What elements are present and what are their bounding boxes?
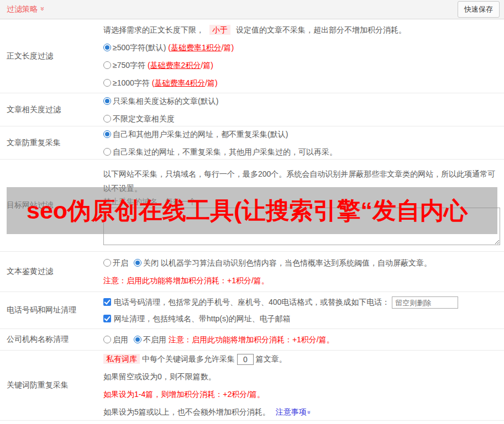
page-title[interactable]: 过滤策略« [7,4,43,14]
radio-dedupe-self[interactable] [103,148,111,156]
radio-750[interactable] [103,61,111,69]
relevance-option-strict: 只采集相关度达标的文章(默认) [103,92,500,110]
quick-save-button[interactable]: 快速保存 [458,1,500,18]
radio-relevance-any[interactable] [103,115,111,123]
row-target-site-filter: 目标网站过滤 以下网站不采集，只填域名，每行一个，最多200个。系统会自动识别并… [0,160,504,252]
dedupe-content: 自己和其他用户采集过的网址，都不重复采集(默认) 自己采集过的网址，不重复采集，… [103,126,504,159]
target-site-content: 以下网站不采集，只填域名，每行一个，最多200个。系统会自动识别并屏蔽那些非文章… [103,160,504,251]
row-keyword-dedupe: 关键词防重复采集 私有词库 中每个关键词最多允许采集 篇文章。 如果留空或设为0… [0,351,504,421]
radio-company-off-selected[interactable] [134,336,141,343]
length-option-750: ≥750字符 (基础费率2积分/篇) [103,56,500,74]
porn-filter-desc: 以机器学习算法自动识别色情内容，当色情概率达到系统阈值，自动屏蔽文章。 [161,258,432,267]
keyword-note-cost: 如果设为1-4篇，则增加积分消耗：+2积分/篇。 [103,385,500,403]
radio-porn-off-selected[interactable] [134,259,141,267]
porn-filter-options: 开启关闭 以机器学习算法自动识别色情内容，当色情概率达到系统阈值，自动屏蔽文章。 [103,254,500,272]
keyword-dedupe-label: 关键词防重复采集 [0,351,103,420]
page-title-text: 过滤策略 [7,4,38,13]
target-site-label: 目标网站过滤 [0,160,103,251]
chevron-double-down-icon: « [306,411,312,414]
radio-company-on[interactable] [103,336,111,343]
porn-filter-label: 文本鉴黄过滤 [0,252,103,292]
url-clean-option: 网址清理，包括纯域名、带http(s)的网址、电子邮箱 [103,310,500,327]
length-filter-content: 请选择需求的正文长度下限，小于设定值的文章不采集，超出部分不增加积分消耗。 ≥5… [103,19,504,93]
header: 过滤策略« 快速保存 [0,0,504,19]
row-company-clean: 公司机构名称清理 启用不启用 注意：启用此功能将增加积分消耗：+1积分/篇。 [0,329,504,351]
company-clean-label: 公司机构名称清理 [0,329,103,350]
dedupe-option-all-users: 自己和其他用户采集过的网址，都不重复采集(默认) [103,125,500,143]
private-lexicon-highlight: 私有词库 [103,354,140,364]
row-porn-filter: 文本鉴黄过滤 开启关闭 以机器学习算法自动识别色情内容，当色情概率达到系统阈值，… [0,252,504,292]
radio-dedupe-all-selected[interactable] [103,130,111,138]
keyword-dedupe-content: 私有词库 中每个关键词最多允许采集 篇文章。 如果留空或设为0，则不限篇数。 如… [103,351,504,420]
length-filter-label: 正文长度过滤 [0,19,103,93]
length-option-1000: ≥1000字符 (基础费率4积分/篇) [103,74,500,92]
keyword-limit-line: 私有词库 中每个关键词最多允许采集 篇文章。 [103,350,500,368]
company-clean-content: 启用不启用 注意：启用此功能将增加积分消耗：+1积分/篇。 [103,329,504,350]
dedupe-option-self-only: 自己采集过的网址，不重复采集，其他用户采集过的，可以再采。 [103,143,500,161]
length-option-500: ≥500字符(默认) (基础费率1积分/篇) [103,39,500,56]
keyword-count-input[interactable] [237,354,254,365]
company-clean-note: 注意：启用此功能将增加积分消耗：+1积分/篇。 [169,335,334,344]
length-intro: 请选择需求的正文长度下限，小于设定值的文章不采集，超出部分不增加积分消耗。 [103,21,500,39]
phone-clean-option: 电话号码清理，包括常见的手机号、座机号、400电话格式，或替换成如下电话： [103,294,500,310]
porn-filter-note: 注意：启用此功能将增加积分消耗：+1积分/篇。 [103,272,500,289]
target-site-desc: 以下网站不采集，只填域名，每行一个，最多200个。系统会自动识别并屏蔽那些非文章… [103,167,497,195]
target-site-ghost-hint: 禁止采集的域名，每行一个 [103,197,500,206]
dedupe-label: 文章防重复采集 [0,126,103,159]
radio-1000[interactable] [103,79,111,87]
phone-url-content: 电话号码清理，包括常见的手机号、座机号、400电话格式，或替换成如下电话： 网址… [103,292,504,328]
blocked-domains-textarea[interactable] [103,208,500,245]
company-clean-options: 启用不启用 注意：启用此功能将增加积分消耗：+1积分/篇。 [103,331,500,348]
notes-link[interactable]: 注意事项« [276,407,310,416]
relevance-filter-label: 文章相关度过滤 [0,93,103,126]
keyword-note-zero: 如果留空或设为0，则不限篇数。 [103,368,500,385]
relevance-filter-content: 只采集相关度达标的文章(默认) 不限定文章相关度 [103,93,504,126]
radio-porn-on[interactable] [103,259,111,267]
porn-filter-content: 开启关闭 以机器学习算法自动识别色情内容，当色情概率达到系统阈值，自动屏蔽文章。… [103,252,504,292]
checkbox-phone-clean-checked[interactable] [103,298,111,306]
keyword-note-five: 如果设为5篇或以上，也不会额外增加积分消耗。注意事项« [103,403,500,421]
less-than-highlight: 小于 [209,25,230,35]
checkbox-url-clean-checked[interactable] [103,315,111,322]
row-phone-url-clean: 电话号码和网址清理 电话号码清理，包括常见的手机号、座机号、400电话格式，或替… [0,292,504,329]
row-length-filter: 正文长度过滤 请选择需求的正文长度下限，小于设定值的文章不采集，超出部分不增加积… [0,19,504,93]
radio-500-selected[interactable] [103,44,111,51]
replacement-phone-input[interactable] [392,296,458,309]
radio-relevance-strict-selected[interactable] [103,97,111,105]
row-relevance-filter: 文章相关度过滤 只采集相关度达标的文章(默认) 不限定文章相关度 [0,93,504,126]
row-dedupe-collection: 文章防重复采集 自己和其他用户采集过的网址，都不重复采集(默认) 自己采集过的网… [0,126,504,160]
phone-url-label: 电话号码和网址清理 [0,292,103,328]
chevron-double-down-icon: « [38,7,45,10]
